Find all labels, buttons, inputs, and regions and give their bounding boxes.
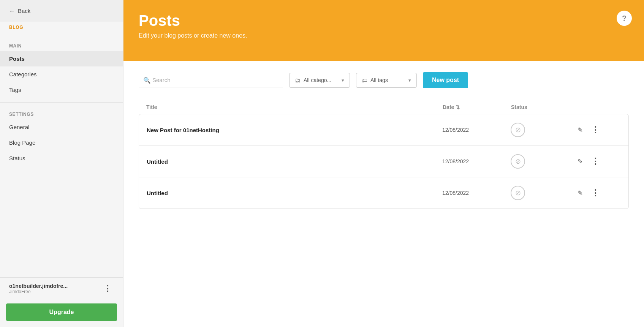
- back-arrow-icon: ←: [9, 8, 15, 14]
- row-actions: ✎ ⋮: [571, 156, 602, 167]
- col-title: Title: [146, 104, 443, 110]
- help-button[interactable]: ?: [617, 11, 632, 26]
- toolbar: 🔍 🗂 All catego... ▾ 🏷 All tags ▾ New pos…: [139, 72, 629, 88]
- divider-1: [0, 34, 123, 34]
- sidebar-item-blog-page[interactable]: Blog Page: [0, 135, 123, 150]
- posts-table: Title Date ⇅ Status New Post for 01netHo…: [139, 100, 629, 209]
- row-title: Untitled: [147, 158, 442, 165]
- content-area: 🔍 🗂 All catego... ▾ 🏷 All tags ▾ New pos…: [123, 61, 644, 327]
- back-button[interactable]: ← Back: [0, 0, 123, 22]
- edit-icon: ✎: [578, 126, 583, 134]
- row-status: ⊘: [511, 154, 571, 169]
- sort-icon: ⇅: [456, 104, 460, 110]
- edit-icon: ✎: [578, 190, 583, 197]
- footer-domain: o1netbuilder.jimdofre...: [9, 283, 68, 289]
- row-actions: ✎ ⋮: [571, 187, 602, 199]
- row-date: 12/08/2022: [442, 158, 511, 164]
- edit-button[interactable]: ✎: [576, 125, 584, 136]
- sidebar: ← Back BLOG MAIN Posts Categories Tags S…: [0, 0, 123, 327]
- sidebar-item-tags[interactable]: Tags: [0, 82, 123, 98]
- table-row[interactable]: Untitled 12/08/2022 ⊘ ✎ ⋮: [139, 177, 628, 209]
- row-status: ⊘: [511, 186, 571, 200]
- col-status: Status: [511, 104, 572, 110]
- page-subtitle: Edit your blog posts or create new ones.: [139, 32, 629, 39]
- unpublished-icon: ⊘: [511, 186, 525, 200]
- unpublished-icon: ⊘: [511, 123, 525, 137]
- footer-plan: JimdoFree: [9, 289, 68, 294]
- back-label: Back: [18, 8, 30, 14]
- sidebar-item-posts[interactable]: Posts: [0, 51, 123, 66]
- blog-section-label: BLOG: [0, 22, 123, 32]
- search-input[interactable]: [139, 73, 283, 87]
- category-filter[interactable]: 🗂 All catego... ▾: [289, 73, 350, 88]
- folder-icon: 🗂: [295, 77, 301, 84]
- sidebar-footer: o1netbuilder.jimdofre... JimdoFree ⋮: [0, 277, 123, 300]
- row-date: 12/08/2022: [442, 190, 511, 196]
- unpublished-icon: ⊘: [511, 154, 525, 169]
- sidebar-item-categories[interactable]: Categories: [0, 66, 123, 82]
- search-wrapper: 🔍: [139, 73, 283, 87]
- category-chevron-icon: ▾: [342, 77, 344, 83]
- settings-section-label: SETTINGS: [0, 109, 123, 119]
- row-date: 12/08/2022: [442, 127, 511, 133]
- tag-icon: 🏷: [362, 77, 367, 84]
- sidebar-item-general[interactable]: General: [0, 119, 123, 135]
- row-title: New Post for 01netHosting: [147, 127, 442, 133]
- footer-info: o1netbuilder.jimdofre... JimdoFree: [9, 283, 68, 294]
- more-options-button[interactable]: ⋮: [589, 187, 602, 199]
- tags-filter[interactable]: 🏷 All tags ▾: [356, 73, 417, 88]
- tags-filter-label: All tags: [370, 77, 388, 83]
- main-section-label: MAIN: [0, 40, 123, 51]
- edit-icon: ✎: [578, 158, 583, 165]
- row-status: ⊘: [511, 123, 571, 137]
- upgrade-button[interactable]: Upgrade: [6, 303, 117, 321]
- header-banner: Posts Edit your blog posts or create new…: [123, 0, 644, 61]
- col-more: [602, 104, 621, 110]
- main-content: Posts Edit your blog posts or create new…: [123, 0, 644, 327]
- col-date[interactable]: Date ⇅: [443, 104, 511, 110]
- header-text: Posts Edit your blog posts or create new…: [139, 12, 629, 39]
- posts-table-card: New Post for 01netHosting 12/08/2022 ⊘ ✎…: [139, 114, 629, 209]
- page-title: Posts: [139, 12, 629, 29]
- table-row[interactable]: New Post for 01netHosting 12/08/2022 ⊘ ✎…: [139, 114, 628, 146]
- row-actions: ✎ ⋮: [571, 124, 602, 136]
- new-post-button[interactable]: New post: [423, 72, 468, 88]
- table-row[interactable]: Untitled 12/08/2022 ⊘ ✎ ⋮: [139, 146, 628, 177]
- search-icon: 🔍: [143, 77, 151, 84]
- divider-2: [0, 102, 123, 103]
- date-label: Date: [443, 104, 454, 110]
- tags-chevron-icon: ▾: [408, 77, 411, 83]
- table-header: Title Date ⇅ Status: [139, 100, 629, 114]
- edit-button[interactable]: ✎: [576, 188, 584, 199]
- more-options-button[interactable]: ⋮: [589, 124, 602, 136]
- category-filter-label: All catego...: [304, 77, 331, 83]
- more-options-button[interactable]: ⋮: [589, 156, 602, 167]
- row-title: Untitled: [147, 190, 442, 196]
- col-actions: [572, 104, 602, 110]
- footer-more-button[interactable]: ⋮: [101, 283, 114, 294]
- sidebar-item-status[interactable]: Status: [0, 150, 123, 166]
- edit-button[interactable]: ✎: [576, 156, 584, 167]
